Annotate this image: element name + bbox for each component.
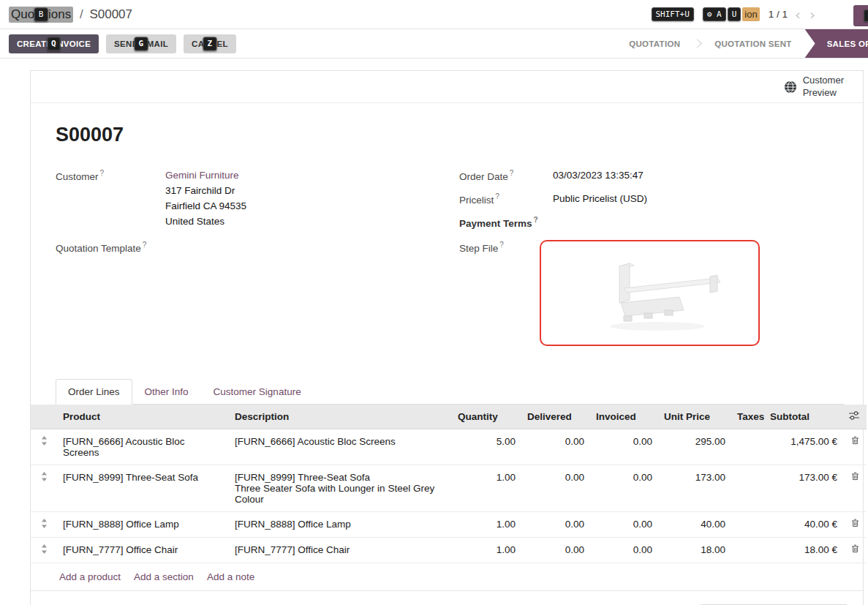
hint-badge-c: C bbox=[864, 10, 868, 22]
cell-description[interactable]: [FURN_7777] Office Chair bbox=[229, 538, 452, 563]
trash-icon bbox=[851, 436, 859, 445]
order-date-label: Order Date? bbox=[459, 168, 553, 182]
field-pricelist: Pricelist? Public Pricelist (USD) bbox=[459, 192, 844, 207]
step-file-label: Step File? bbox=[459, 240, 540, 254]
cell-delivered[interactable]: 0.00 bbox=[521, 538, 590, 563]
add-section-link[interactable]: Add a section bbox=[134, 571, 194, 582]
pricelist-value[interactable]: Public Pricelist (USD) bbox=[553, 192, 647, 207]
cell-quantity[interactable]: 1.00 bbox=[452, 512, 521, 538]
customer-preview-button[interactable]: Customer Preview bbox=[784, 75, 844, 99]
column-header-delivered: Delivered bbox=[521, 405, 590, 429]
create-button[interactable]: C reate bbox=[853, 5, 868, 26]
cell-unit-price[interactable]: 40.00 bbox=[658, 512, 731, 538]
cell-product[interactable]: [FURN_8999] Three-Seat Sofa bbox=[57, 465, 229, 512]
cell-quantity[interactable]: 5.00 bbox=[452, 429, 521, 465]
cell-subtotal: 173.00 € bbox=[764, 465, 843, 512]
delete-row-button[interactable] bbox=[843, 538, 867, 563]
field-order-date: Order Date? 03/03/2023 13:35:47 bbox=[459, 168, 844, 184]
column-header-quantity: Quantity bbox=[452, 405, 521, 429]
record-pager: 1 / 1 ‹ › bbox=[769, 7, 817, 22]
cell-invoiced[interactable]: 0.00 bbox=[590, 465, 658, 512]
cell-delivered[interactable]: 0.00 bbox=[521, 512, 590, 538]
breadcrumb-current: S00007 bbox=[89, 7, 132, 22]
step-file-image[interactable] bbox=[540, 240, 760, 346]
delete-row-button[interactable] bbox=[843, 429, 867, 465]
cell-description[interactable]: [FURN_8888] Office Lamp bbox=[229, 512, 452, 538]
cell-unit-price[interactable]: 173.00 bbox=[658, 465, 731, 512]
statusbar: QUOTATION QUOTATION SENT SALES ORDER bbox=[616, 29, 868, 58]
pager-value: 1 / 1 bbox=[769, 9, 788, 20]
cell-subtotal: 18.00 € bbox=[764, 538, 843, 563]
cell-description[interactable]: [FURN_8999] Three-Seat SofaThree Seater … bbox=[229, 465, 452, 512]
trash-icon bbox=[851, 472, 859, 481]
action-menu-button[interactable]: ⚙ A U ion bbox=[703, 7, 760, 21]
cell-quantity[interactable]: 1.00 bbox=[452, 465, 521, 512]
delete-row-button[interactable] bbox=[843, 512, 867, 538]
notebook-tabs: Order Lines Other Info Customer Signatur… bbox=[56, 379, 844, 405]
help-icon: ? bbox=[499, 241, 504, 249]
status-step-quotation-sent[interactable]: QUOTATION SENT bbox=[701, 29, 804, 58]
sheet: Customer Preview S00007 Customer? Gemini… bbox=[30, 70, 864, 605]
optional-columns-toggle[interactable] bbox=[843, 405, 867, 429]
column-header-unit-price: Unit Price bbox=[658, 405, 731, 429]
cell-subtotal: 1,475.00 € bbox=[764, 429, 843, 465]
cell-delivered[interactable]: 0.00 bbox=[521, 465, 590, 512]
customer-address-line1: 317 Fairchild Dr bbox=[165, 184, 246, 199]
cell-taxes[interactable] bbox=[731, 465, 764, 512]
drag-handle-icon[interactable] bbox=[31, 465, 57, 512]
field-step-file: Step File? bbox=[459, 240, 844, 346]
drag-handle-icon[interactable] bbox=[31, 512, 57, 538]
pager-previous-button[interactable]: ‹ bbox=[793, 7, 802, 22]
cell-description[interactable]: [FURN_6666] Acoustic Bloc Screens bbox=[229, 429, 452, 465]
drag-handle-icon[interactable] bbox=[31, 538, 57, 563]
cell-delivered[interactable]: 0.00 bbox=[521, 429, 590, 465]
add-note-link[interactable]: Add a note bbox=[207, 571, 254, 582]
cell-product[interactable]: [FURN_7777] Office Chair bbox=[57, 538, 229, 563]
globe-icon bbox=[784, 80, 797, 94]
cell-unit-price[interactable]: 18.00 bbox=[658, 538, 731, 563]
cell-subtotal: 40.00 € bbox=[764, 512, 843, 538]
status-step-sales-order[interactable]: SALES ORDER bbox=[805, 29, 868, 58]
pricelist-label: Pricelist? bbox=[459, 192, 553, 206]
table-row[interactable]: [FURN_6666] Acoustic Bloc Screens [FURN_… bbox=[31, 429, 867, 465]
cell-product[interactable]: [FURN_8888] Office Lamp bbox=[57, 512, 229, 538]
pager-next-button[interactable]: › bbox=[808, 7, 817, 22]
form-view-content: Customer Preview S00007 Customer? Gemini… bbox=[0, 59, 868, 605]
cell-invoiced[interactable]: 0.00 bbox=[590, 538, 658, 563]
hint-badge-b: B bbox=[34, 7, 48, 21]
column-header-product: Product bbox=[57, 405, 229, 429]
table-row[interactable]: [FURN_8888] Office Lamp [FURN_8888] Offi… bbox=[31, 512, 867, 538]
chevron-separator-icon bbox=[692, 39, 702, 48]
cell-taxes[interactable] bbox=[731, 538, 764, 563]
hint-badge-shift-u: SHIFT+U bbox=[652, 7, 694, 21]
cell-invoiced[interactable]: 0.00 bbox=[590, 429, 658, 465]
cell-product[interactable]: [FURN_6666] Acoustic Bloc Screens bbox=[57, 429, 229, 465]
tab-other-info[interactable]: Other Info bbox=[132, 379, 201, 405]
status-step-quotation[interactable]: QUOTATION bbox=[616, 29, 693, 58]
tab-order-lines[interactable]: Order Lines bbox=[56, 379, 132, 405]
order-lines-table: Product Description Quantity Delivered I… bbox=[31, 405, 867, 563]
table-row[interactable]: [FURN_7777] Office Chair [FURN_7777] Off… bbox=[31, 538, 867, 563]
table-row[interactable]: [FURN_8999] Three-Seat Sofa [FURN_8999] … bbox=[31, 465, 867, 512]
send-email-button[interactable]: SEND EMAIL G bbox=[106, 34, 176, 53]
cell-taxes[interactable] bbox=[731, 429, 764, 465]
drag-handle-icon[interactable] bbox=[31, 429, 57, 465]
customer-address-line2: Fairfield CA 94535 bbox=[165, 199, 246, 214]
add-product-link[interactable]: Add a product bbox=[59, 571, 121, 582]
breadcrumb: Quotations B / S00007 bbox=[9, 7, 132, 23]
delete-row-button[interactable] bbox=[843, 465, 867, 512]
customer-link[interactable]: Gemini Furniture bbox=[165, 170, 239, 181]
help-icon: ? bbox=[143, 241, 147, 249]
tab-customer-signature[interactable]: Customer Signature bbox=[201, 379, 314, 405]
step-file-3d-render bbox=[548, 246, 752, 341]
chevron-left-icon: ‹ bbox=[795, 6, 801, 23]
cell-taxes[interactable] bbox=[731, 512, 764, 538]
cell-quantity[interactable]: 1.00 bbox=[452, 538, 521, 563]
breadcrumb-quotations[interactable]: Quotations B bbox=[9, 7, 73, 23]
order-date-value[interactable]: 03/03/2023 13:35:47 bbox=[553, 168, 644, 184]
cell-invoiced[interactable]: 0.00 bbox=[590, 512, 658, 538]
cancel-button[interactable]: CANCEL Z bbox=[184, 34, 236, 53]
cell-unit-price[interactable]: 295.00 bbox=[658, 429, 731, 465]
create-invoice-button[interactable]: CREATE INVOICE Q bbox=[9, 34, 99, 53]
help-icon: ? bbox=[534, 216, 538, 224]
